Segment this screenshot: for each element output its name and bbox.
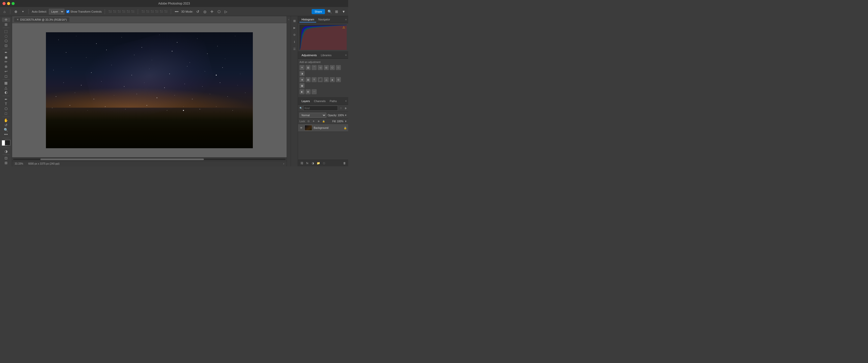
selectcolor-adj-icon[interactable]: Ω <box>336 77 341 82</box>
paths-tab[interactable]: Paths <box>328 99 339 104</box>
move-tool[interactable]: ✛ <box>2 18 10 22</box>
distribute-hor-icon[interactable]: ⬛ <box>150 9 154 13</box>
minimize-button[interactable] <box>7 2 10 5</box>
layer-style-icon[interactable]: fx <box>305 161 310 165</box>
photofilt-adj-icon[interactable]: ◈ <box>300 77 305 82</box>
blend-mode-select[interactable]: Normal Multiply Screen <box>300 113 326 118</box>
levels-adj-icon[interactable]: ▥ <box>306 65 311 70</box>
opacity-arrows[interactable]: ⬆ <box>345 114 347 117</box>
filter-pixel-icon[interactable]: □ <box>339 106 343 110</box>
eyedropper-tool[interactable]: ✒ <box>2 51 10 55</box>
canvas-close-icon[interactable]: ✕ <box>17 18 19 21</box>
distribute-extra-icon[interactable]: ⬛ <box>159 9 163 13</box>
lock-pixels-icon[interactable]: ⊡ <box>307 119 311 123</box>
layers-collapse-icon[interactable]: ≡ <box>345 100 347 102</box>
histogram-icon[interactable]: ▦ <box>292 18 297 23</box>
canvas-tab-item[interactable]: ✕ DSC00579.ARW @ 33.3% (RGB/16*) <box>14 18 69 22</box>
exposure-adj-icon[interactable]: ◁ <box>318 65 323 70</box>
screen-mode2-tool[interactable]: ⊞ <box>2 161 10 165</box>
blur-tool[interactable]: △ <box>2 86 10 90</box>
layers-tab[interactable]: Layers <box>300 99 312 104</box>
distribute-ver-icon[interactable]: ⬛ <box>155 9 159 13</box>
curves-adj-icon[interactable]: ⌒ <box>312 65 317 70</box>
3d-mode-icon2[interactable]: ◎ <box>203 9 208 14</box>
rotate-tool[interactable]: ↺ <box>2 123 10 127</box>
shape-tool[interactable]: □ <box>2 111 10 116</box>
scrollbar-thumb[interactable] <box>40 159 204 160</box>
colorbalance-adj-icon[interactable]: □ <box>336 65 341 70</box>
quick-mask-tool[interactable]: ◑ <box>2 149 10 153</box>
move-tool-arrow[interactable]: ▼ <box>21 9 26 14</box>
brightness-adj-icon[interactable]: ☀ <box>300 65 305 70</box>
lock-all-icon[interactable]: 🔒 <box>322 119 326 123</box>
fullscreen-button[interactable] <box>11 2 14 5</box>
transform-controls-checkbox[interactable] <box>66 10 69 13</box>
more-arrow-icon[interactable]: ▼ <box>341 9 346 14</box>
libraries-tab[interactable]: Libraries <box>319 53 334 58</box>
crop-tool[interactable]: ⊡ <box>2 43 10 47</box>
distribute-extra2-icon[interactable]: ⬛ <box>164 9 168 13</box>
distribute-h-icon[interactable]: ⬛ <box>141 9 145 13</box>
vibrance-adj-icon[interactable]: ◎ <box>324 65 329 70</box>
extra-tool[interactable]: ••• <box>2 132 10 137</box>
path-tool[interactable]: ⬡ <box>2 107 10 111</box>
brush-tool[interactable]: ✏ <box>2 60 10 64</box>
arrange-icon[interactable]: ⊞ <box>334 9 339 14</box>
pattern-adj-icon[interactable]: ⊞ <box>306 89 311 94</box>
close-button[interactable] <box>2 2 5 5</box>
layers-search-input[interactable] <box>303 106 338 111</box>
colorlook-adj-icon[interactable]: T <box>312 77 317 82</box>
lock-position-icon[interactable]: ✛ <box>312 119 316 123</box>
more-options-icon[interactable]: ••• <box>174 9 179 14</box>
layer-mask-icon[interactable]: ◑ <box>311 161 315 165</box>
delete-layer-icon[interactable]: 🗑 <box>342 161 347 165</box>
hand-tool[interactable]: ✋ <box>2 118 10 123</box>
filter-adjust-icon[interactable]: ◑ <box>343 106 347 110</box>
fill-arrows[interactable]: ⬆ <box>345 120 347 123</box>
settings-icon[interactable]: ⚙ <box>292 32 297 37</box>
collapse-arrow-icon[interactable]: ‹ <box>288 18 289 21</box>
posterize-adj-icon[interactable]: △ <box>324 77 329 82</box>
threshold-adj-icon[interactable]: ▲ <box>330 77 335 82</box>
navigator-tab[interactable]: Navigator <box>316 17 332 23</box>
align-bottom-icon[interactable]: ⬛ <box>131 9 135 13</box>
layers-panel-icon[interactable]: ☰ <box>292 46 297 52</box>
adjustments-collapse-icon[interactable]: ≡ <box>345 54 347 57</box>
extra-adj-icon[interactable]: ⋯ <box>312 89 317 94</box>
move-tool-button[interactable]: ⊕ <box>13 9 19 14</box>
invert-adj-icon[interactable]: ⬛ <box>318 77 323 82</box>
gradient-adj-icon[interactable]: ▦ <box>300 83 305 88</box>
home-button[interactable]: ⌂ <box>2 9 7 14</box>
play-icon[interactable]: ▶ <box>292 25 297 30</box>
share-button[interactable]: Share <box>312 9 325 14</box>
bw-adj-icon[interactable]: ◑ <box>300 71 305 76</box>
new-group-icon[interactable]: 📁 <box>316 161 321 165</box>
adjustments-tab[interactable]: Adjustments <box>300 53 319 58</box>
screen-mode-tool[interactable]: ⊡ <box>2 156 10 160</box>
3d-mode-icon4[interactable]: ⬡ <box>217 9 221 14</box>
layer-visibility-icon[interactable]: 👁 <box>300 126 303 130</box>
channelmix-adj-icon[interactable]: ▤ <box>306 77 311 82</box>
align-center-h-icon[interactable]: ⬛ <box>113 9 117 13</box>
type-tool[interactable]: T <box>2 102 10 106</box>
histogram-collapse-icon[interactable]: ≡ <box>345 18 347 21</box>
search-icon[interactable]: 🔍 <box>327 9 332 14</box>
layer-select[interactable]: Layer Group <box>49 9 64 14</box>
3d-mode-icon5[interactable]: ▷ <box>223 9 228 14</box>
background-color[interactable] <box>5 140 10 145</box>
zoom-tool[interactable]: 🔍 <box>2 128 10 132</box>
spot-heal-tool[interactable]: ◉ <box>2 55 10 59</box>
align-top-icon[interactable]: ⬛ <box>122 9 126 13</box>
layer-row-background[interactable]: 👁 Background 🔒 <box>298 124 348 132</box>
history-brush[interactable]: ↩ <box>2 69 10 74</box>
horizontal-scrollbar[interactable] <box>12 157 287 161</box>
align-center-v-icon[interactable]: ⬛ <box>126 9 130 13</box>
dodge-tool[interactable]: ◐ <box>2 90 10 95</box>
link-layers-icon[interactable]: ⛓ <box>300 161 304 165</box>
gradient-tool[interactable]: ▦ <box>2 81 10 85</box>
lasso-tool[interactable]: ◌ <box>2 34 10 38</box>
pen-tool[interactable]: ✒ <box>2 97 10 101</box>
lock-artboards-icon[interactable]: ⊕ <box>317 119 321 123</box>
align-left-icon[interactable]: ⬛ <box>108 9 112 13</box>
3d-mode-icon1[interactable]: ↺ <box>195 9 200 14</box>
